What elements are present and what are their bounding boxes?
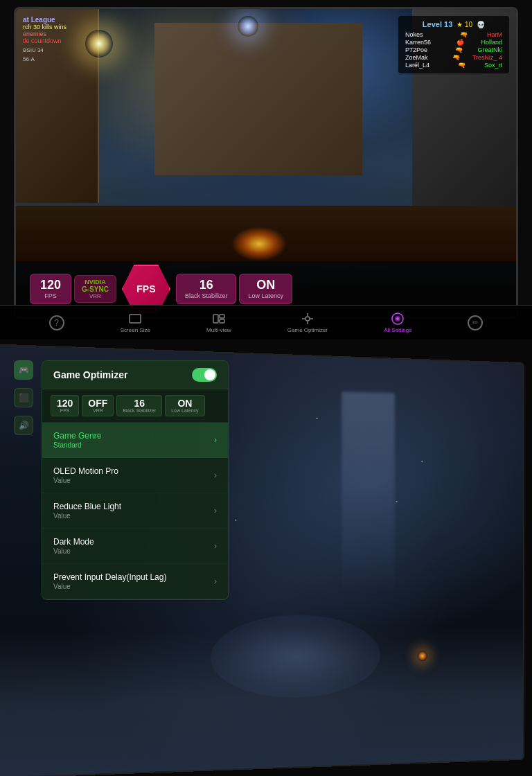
game-optimizer-icon[interactable]	[301, 312, 314, 326]
svg-point-8	[305, 317, 310, 321]
optimizer-toggle[interactable]	[192, 368, 217, 382]
bottom-nav: ? Screen Size Multi-view	[0, 305, 532, 340]
panel-vrr-stat: OFF VRR	[82, 395, 114, 416]
menu-item-title: Dark Mode	[53, 537, 94, 547]
latency-value: ON	[248, 279, 283, 291]
hud-scoreboard: Level 13 ★ 10 💀 Nokes 🔫 HarM Karren56 🍎 …	[398, 16, 509, 73]
latency-label: Low Latency	[248, 292, 283, 299]
menu-item-value: Value	[53, 512, 121, 520]
black-stabilizer-badge: 16 Black Stabilizer	[176, 274, 237, 304]
menu-item-prevent-input-delayinput-lag[interactable]: Prevent Input Delay(Input Lag) Value ›	[42, 564, 228, 599]
gun-icon: 🔫	[460, 31, 468, 38]
menu-item-game-genre[interactable]: Game Genre Standard ›	[42, 423, 228, 458]
screen-size-label: Screen Size	[121, 327, 150, 333]
black-label: Black Stabilizer	[185, 292, 228, 299]
light-left	[85, 30, 113, 58]
score-row: Karren56 🍎 Holland	[405, 39, 502, 46]
all-settings-label: All Settings	[384, 327, 411, 333]
svg-rect-0	[130, 315, 141, 323]
hud-score1: BSIU 34	[23, 47, 66, 53]
chevron-right-icon: ›	[214, 576, 217, 586]
menu-item-left: Game Genre Standard	[53, 431, 101, 449]
panel-black-label: Black Stabilizer	[123, 408, 156, 413]
score-row: ZoeMak 🔫 TresNiz_ 4	[405, 54, 502, 61]
menu-item-title: OLED Motion Pro	[53, 466, 118, 476]
player-name: P72Poe	[405, 46, 440, 53]
player-name: Nokes	[405, 31, 440, 38]
score-row: Larél_L4 🔫 Sox_rt	[405, 62, 502, 69]
help-nav-item[interactable]: ?	[49, 315, 64, 330]
volume-rail-icon[interactable]: 🔊	[14, 416, 33, 435]
score-row: Nokes 🔫 HarM	[405, 31, 502, 38]
menu-item-title: Game Genre	[53, 431, 101, 441]
all-settings-nav-item[interactable]: All Settings	[384, 312, 411, 333]
game-optimizer-nav-item[interactable]: Game Optimizer	[287, 312, 328, 333]
menu-item-value: Value	[53, 477, 118, 484]
panel-black-stat: 16 Black Stabilizer	[116, 395, 162, 416]
menu-item-title: Prevent Input Delay(Input Lag)	[53, 572, 166, 582]
help-icon[interactable]: ?	[49, 315, 64, 330]
multiview-label: Multi-view	[206, 327, 231, 333]
gamepad-rail-icon[interactable]: 🎮	[14, 360, 33, 380]
panel-black-value: 16	[123, 398, 156, 408]
panel-stats: 120 FPS OFF VRR 16 Black Stabilizer ON L…	[42, 389, 228, 423]
team2-score: Sox_rt	[484, 62, 502, 69]
fps-label: FPS	[39, 292, 62, 299]
screen-size-nav-item[interactable]: Screen Size	[121, 312, 150, 333]
team2-score: Holland	[481, 39, 502, 46]
fps-center-value: FPS	[136, 284, 155, 294]
menu-item-left: Dark Mode Value	[53, 537, 94, 555]
multiview-icon[interactable]	[212, 312, 226, 326]
game-scene-top: at League rch 30 kills wins enemies tle …	[16, 9, 516, 317]
multiview-nav-item[interactable]: Multi-view	[206, 312, 231, 333]
gsync-text: G-SYNC	[82, 285, 109, 293]
panel-latency-value: ON	[171, 398, 198, 408]
panel-latency-stat: ON Low Latency	[165, 395, 204, 416]
menu-item-value: Standard	[53, 441, 101, 449]
panel-fps-stat: 120 FPS	[51, 395, 79, 416]
menu-item-title: Reduce Blue Light	[53, 502, 121, 511]
screen-size-icon[interactable]	[128, 312, 142, 326]
chevron-right-icon: ›	[214, 435, 217, 445]
gun-icon: 🔫	[455, 46, 463, 53]
chevron-right-icon: ›	[214, 541, 217, 551]
black-value: 16	[185, 279, 228, 291]
menu-item-reduce-blue-light[interactable]: Reduce Blue Light Value ›	[42, 493, 228, 529]
side-rail: 🎮 ⬛ 🔊	[14, 360, 36, 435]
tv-frame-top: at League rch 30 kills wins enemies tle …	[14, 7, 518, 319]
light-center	[238, 16, 258, 37]
snow-particle	[236, 520, 237, 521]
panel-latency-label: Low Latency	[171, 408, 198, 413]
gun-icon: 🔫	[458, 62, 466, 69]
chevron-right-icon: ›	[214, 506, 217, 515]
team1-score: TresNiz_ 4	[472, 54, 502, 61]
menu-item-left: Reduce Blue Light Value	[53, 502, 121, 520]
gsync-badge: NVIDIA G-SYNC VRR	[74, 275, 116, 303]
panel-header: Game Optimizer	[42, 361, 228, 389]
menu-item-left: Prevent Input Delay(Input Lag) Value	[53, 572, 166, 590]
svg-rect-2	[220, 315, 224, 318]
all-settings-icon[interactable]	[391, 312, 405, 326]
optimizer-panel: Game Optimizer 120 FPS OFF VRR 16 Black …	[42, 360, 229, 600]
menu-items-container: Game Genre Standard › OLED Motion Pro Va…	[42, 423, 228, 599]
muzzle-flash	[231, 227, 287, 261]
svg-point-11	[396, 317, 399, 320]
panel-fps-label: FPS	[57, 408, 73, 413]
player-name: ZoeMak	[405, 54, 440, 61]
screen-rail-icon[interactable]: ⬛	[14, 388, 33, 407]
edit-nav-item[interactable]: ✏	[468, 315, 483, 330]
menu-item-value: Value	[53, 547, 94, 555]
hud-enemies: enemies	[23, 30, 66, 37]
hud-title: at League	[23, 16, 66, 24]
snow-particle	[396, 501, 397, 502]
score-row: P72Poe 🔫 GreatNki	[405, 46, 502, 53]
panel-title: Game Optimizer	[53, 369, 127, 380]
hud-score2: 56-A	[23, 56, 66, 62]
edit-icon[interactable]: ✏	[468, 315, 483, 330]
menu-item-value: Value	[53, 583, 166, 590]
menu-item-oled-motion-pro[interactable]: OLED Motion Pro Value ›	[42, 458, 228, 493]
latency-badge: ON Low Latency	[239, 274, 292, 304]
nvidia-logo: NVIDIA	[85, 279, 106, 285]
skull-icon: 💀	[477, 21, 485, 28]
menu-item-dark-mode[interactable]: Dark Mode Value ›	[42, 529, 228, 564]
